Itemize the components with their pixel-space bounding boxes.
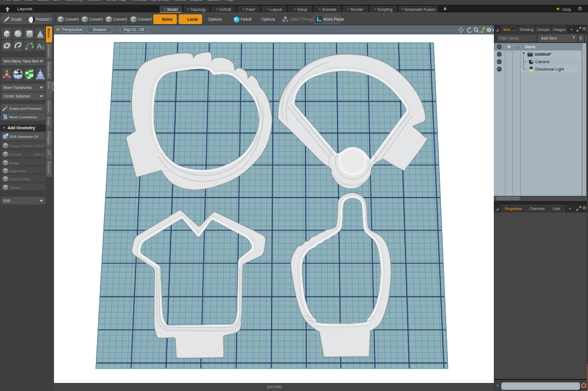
svg-text:&: & xyxy=(41,44,45,51)
